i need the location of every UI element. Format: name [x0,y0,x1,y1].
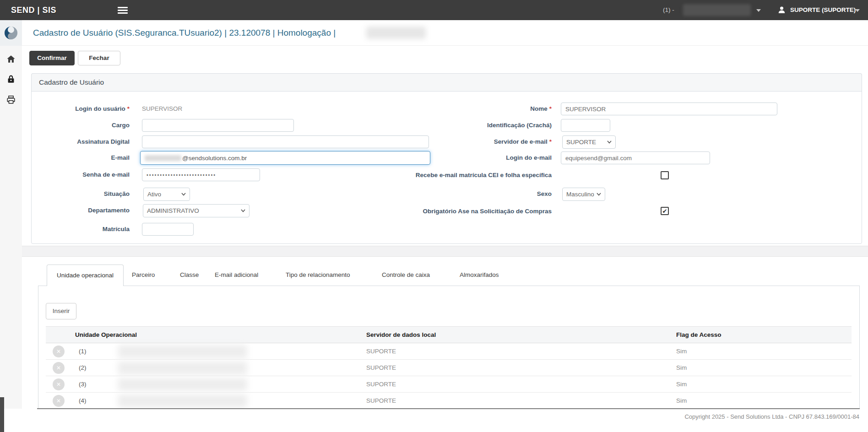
delete-row-button[interactable]: ✕ [53,362,65,374]
unit-prefix: (1) - [663,0,674,20]
recebe-label: Recebe e-mail matrícula CEI e folha espe… [382,169,552,182]
logo-box [0,20,22,46]
row-name-redacted [118,378,247,391]
send-logo-icon [4,26,18,40]
senha-input[interactable]: •••••••••••••••••••••••••• [142,168,260,181]
obrigatorio-checkbox[interactable]: ✔ [661,207,669,215]
chevron-down-icon [597,193,601,196]
user-caret-down-icon[interactable] [855,9,860,12]
user-menu[interactable]: SUPORTE (SUPORTE) [790,0,856,20]
login-email-input[interactable] [561,151,710,164]
email-label: E-mail [31,151,130,164]
login-value: SUPERVISOR [142,103,182,115]
app-brand: SEND | SIS [11,0,56,20]
identificacao-input[interactable] [561,119,610,132]
situacao-select[interactable]: Ativo [143,188,190,201]
row-flag: Sim [676,360,687,376]
servidor-select[interactable]: SUPORTE [562,135,616,149]
section-separator [22,246,868,257]
tab-email-adicional[interactable]: E-mail adicional [215,265,258,286]
tab-tipo-relacionamento[interactable]: Tipo de relacionamento [286,265,350,286]
row-flag: Sim [676,343,687,360]
delete-row-button[interactable]: ✕ [53,378,65,390]
column-flag-acesso: Flag de Acesso [676,326,722,343]
assinatura-label: Assinatura Digital [31,135,130,148]
matricula-input[interactable] [142,223,194,236]
panel-title: Cadastro de Usuário [31,73,862,92]
row-server: SUPORTE [366,393,396,408]
insert-button[interactable]: Inserir [46,303,76,319]
copyright-text: Copyright 2025 - Send Solutions Ltda - C… [684,413,859,420]
tab-almoxarifados[interactable]: Almoxarifados [460,265,499,286]
row-number: (2) [79,360,87,376]
row-number: (4) [79,393,87,408]
tab-unidade-operacional[interactable]: Unidade operacional [47,265,124,286]
matricula-label: Matrícula [31,223,130,236]
login-label: Login do usuário* [31,103,130,115]
row-name-redacted [118,362,247,374]
print-icon[interactable] [6,95,16,105]
unit-caret-down-icon[interactable] [756,9,761,12]
row-server: SUPORTE [366,376,396,393]
table-row: ✕ (3) SUPORTE Sim [46,376,852,393]
row-name-redacted [118,345,247,358]
obrigatorio-label: Obrigatório Ase na Solicitiação de Compr… [382,205,552,218]
page-title: Cadastro de Usuário (SIS.Seguranca.TUsua… [33,20,336,46]
login-email-label: Login do e-mail [382,151,552,164]
lock-icon[interactable] [6,74,16,84]
table-row: ✕ (2) SUPORTE Sim [46,360,852,376]
tab-controle-caixa[interactable]: Controle de caixa [382,265,430,286]
chevron-down-icon [607,140,612,144]
servidor-label: Servidor de e-mail* [382,135,552,148]
left-edge-strip [0,397,4,432]
cargo-input[interactable] [142,119,294,132]
tab-classe[interactable]: Classe [180,265,199,286]
email-domain: @sendsolutions.com.br [182,155,247,162]
column-servidor-dados: Servidor de dados local [366,326,436,343]
hamburger-menu-icon[interactable] [118,7,128,14]
row-number: (3) [79,376,87,393]
topbar: SEND | SIS (1) - SUPORTE (SUPORTE) [0,0,868,20]
table-row: ✕ (1) SUPORTE Sim [46,343,852,360]
recebe-checkbox[interactable] [661,171,669,179]
sexo-select[interactable]: Masculino [562,188,605,201]
cargo-label: Cargo [31,119,130,132]
row-flag: Sim [676,393,687,408]
sexo-label: Sexo [382,188,552,200]
departamento-label: Departamento [31,204,130,217]
row-server: SUPORTE [366,343,396,360]
user-icon [777,5,786,14]
chevron-down-icon [181,193,186,196]
sidebar [0,46,22,409]
grid-header [46,326,852,343]
situacao-label: Situação [31,188,130,200]
delete-row-button[interactable]: ✕ [53,395,65,407]
content-bottom-border [37,408,860,409]
app-window: SEND | SIS (1) - SUPORTE (SUPORTE) Cadas… [0,0,868,432]
home-icon[interactable] [6,54,16,64]
chevron-down-icon [241,209,245,212]
nome-input[interactable] [561,103,777,115]
confirm-button[interactable]: Confirmar [29,51,75,65]
nome-label: Nome* [382,103,552,115]
senha-label: Senha de e-mail [31,168,130,181]
delete-row-button[interactable]: ✕ [53,346,65,357]
tab-parceiro[interactable]: Parceiro [132,265,155,286]
departamento-select[interactable]: ADMINISTRATIVO [143,204,250,217]
row-flag: Sim [676,376,687,393]
row-name-redacted [118,394,247,407]
column-unidade-operacional: Unidade Operacional [75,326,137,343]
unit-selector-redacted[interactable] [683,4,751,16]
page-title-redacted [366,27,426,39]
identificacao-label: Identificação (Crachá) [382,119,552,132]
table-row: ✕ (4) SUPORTE Sim [46,393,852,408]
row-number: (1) [79,343,87,360]
check-icon: ✔ [662,208,667,214]
row-server: SUPORTE [366,360,396,376]
close-button[interactable]: Fechar [78,51,120,65]
email-redacted [145,155,181,161]
